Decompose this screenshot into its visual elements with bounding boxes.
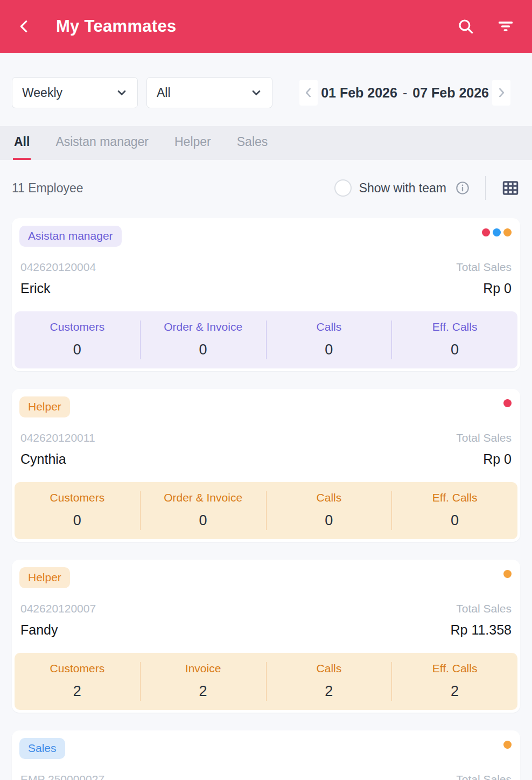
page-title: My Teammates [56, 17, 177, 36]
status-dot [503, 741, 512, 749]
chevron-down-icon [249, 86, 263, 100]
show-with-team-label: Show with team [359, 181, 446, 196]
status-dots [503, 567, 512, 578]
stat-eff-calls: Eff. Calls2 [392, 662, 517, 701]
name-row: Erick Rp 0 [12, 281, 520, 296]
employee-id: EMP 250000027 [20, 773, 104, 780]
stat-value: 2 [267, 683, 392, 700]
stat-label: Calls [267, 491, 392, 504]
category-dropdown-value: All [157, 86, 171, 100]
period-dropdown-value: Weekly [22, 86, 62, 100]
stat-value: 0 [15, 342, 140, 358]
teammate-list: Asistan manager 042620120004 Total Sales… [0, 218, 532, 780]
stat-order-invoice: Order & Invoice0 [141, 321, 266, 359]
stat-value: 0 [141, 342, 266, 358]
status-dot [482, 228, 490, 236]
date-range-navigator: 01 Feb 2026-07 Feb 2026 [299, 80, 520, 106]
teammate-card[interactable]: Helper 042620120011 Total Sales Cynthia … [12, 389, 520, 542]
tab-all[interactable]: All [13, 126, 31, 160]
period-dropdown[interactable]: Weekly [12, 77, 138, 108]
name-row: Fandy Rp 11.358 [12, 622, 520, 638]
stat-value: 0 [392, 512, 517, 529]
search-button[interactable] [456, 16, 476, 37]
date-range-label: 01 Feb 2026-07 Feb 2026 [321, 85, 489, 101]
stat-label: Eff. Calls [392, 662, 517, 675]
stat-invoice: Invoice2 [141, 662, 266, 701]
chevron-left-icon [302, 86, 316, 100]
show-with-team-toggle[interactable] [334, 179, 352, 197]
employee-id: 042620120007 [20, 602, 96, 615]
teammate-card[interactable]: Asistan manager 042620120004 Total Sales… [12, 218, 520, 371]
card-top-row: Helper [12, 560, 520, 588]
stat-value: 2 [392, 683, 517, 700]
info-icon[interactable] [455, 180, 470, 196]
id-row: 042620120004 Total Sales [12, 261, 520, 274]
stat-calls: Calls2 [267, 662, 392, 701]
status-dot [503, 570, 512, 578]
grid-view-icon[interactable] [501, 178, 520, 198]
tab-asistan-manager[interactable]: Asistan manager [54, 126, 150, 160]
stat-order-invoice: Order & Invoice0 [141, 491, 266, 530]
stat-label: Order & Invoice [141, 491, 266, 504]
stat-eff-calls: Eff. Calls0 [392, 491, 517, 530]
stats-band: Customers0Order & Invoice0Calls0Eff. Cal… [15, 311, 517, 368]
stats-band: Customers0Order & Invoice0Calls0Eff. Cal… [15, 482, 517, 539]
stat-value: 0 [267, 342, 392, 358]
stat-value: 0 [392, 342, 517, 358]
total-sales-label: Total Sales [456, 431, 512, 444]
date-range-separator: - [403, 85, 407, 100]
filter-button[interactable] [495, 16, 516, 37]
category-dropdown[interactable]: All [146, 77, 272, 108]
total-sales-value: Rp 0 [483, 281, 512, 296]
filter-row: Weekly All 01 Feb 2026-07 Feb 2026 [12, 77, 520, 108]
employee-name: Cynthia [20, 451, 66, 467]
status-dot [503, 228, 512, 236]
list-toolbar: 11 Employee Show with team [12, 173, 520, 203]
back-icon[interactable] [16, 18, 32, 34]
status-dot [503, 399, 512, 407]
stat-calls: Calls0 [267, 321, 392, 359]
card-top-row: Asistan manager [12, 218, 520, 247]
prev-week-button[interactable] [299, 80, 318, 106]
total-sales-label: Total Sales [456, 773, 512, 780]
stat-label: Order & Invoice [141, 321, 266, 333]
date-range-start: 01 Feb 2026 [321, 85, 397, 100]
stat-value: 2 [15, 683, 140, 700]
employee-id: 042620120004 [20, 261, 96, 274]
stat-calls: Calls0 [267, 491, 392, 530]
stat-label: Customers [15, 321, 140, 333]
role-badge: Sales [19, 738, 65, 759]
tab-sales[interactable]: Sales [236, 126, 269, 160]
employee-name: Fandy [20, 622, 58, 638]
employee-count: 11 Employee [12, 181, 83, 196]
teammate-card[interactable]: Sales EMP 250000027 Total Sales [12, 730, 520, 780]
role-badge: Helper [19, 567, 70, 588]
stat-value: 0 [267, 512, 392, 529]
status-dots [503, 396, 512, 407]
status-dots [482, 226, 512, 236]
employee-name: Erick [20, 281, 51, 296]
tab-helper[interactable]: Helper [173, 126, 212, 160]
stat-label: Invoice [141, 662, 266, 675]
next-week-button[interactable] [492, 80, 510, 106]
role-tabbar: All Asistan manager Helper Sales [0, 126, 532, 160]
stat-value: 0 [141, 512, 266, 529]
stat-label: Calls [267, 321, 392, 333]
stat-customers: Customers0 [15, 491, 140, 530]
stat-value: 2 [141, 683, 266, 700]
stat-customers: Customers0 [15, 321, 140, 359]
name-row: Cynthia Rp 0 [12, 451, 520, 467]
toolbar-right: Show with team [334, 176, 520, 200]
total-sales-label: Total Sales [456, 261, 512, 274]
app-header: My Teammates [0, 0, 532, 53]
card-top-row: Sales [12, 730, 520, 759]
status-dots [503, 738, 512, 749]
stat-customers: Customers2 [15, 662, 140, 701]
stat-label: Calls [267, 662, 392, 675]
role-badge: Asistan manager [19, 226, 122, 247]
stat-label: Eff. Calls [392, 491, 517, 504]
id-row: 042620120011 Total Sales [12, 431, 520, 444]
chevron-down-icon [115, 86, 129, 100]
filter-icon [496, 17, 515, 36]
teammate-card[interactable]: Helper 042620120007 Total Sales Fandy Rp… [12, 560, 520, 713]
